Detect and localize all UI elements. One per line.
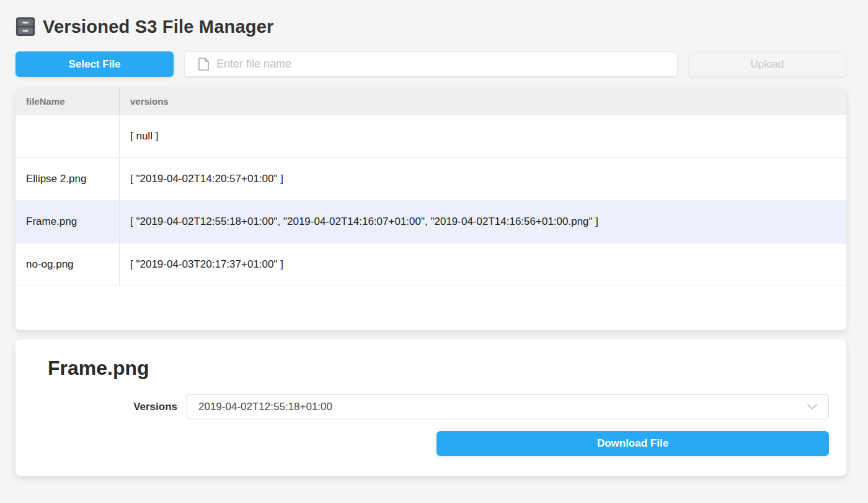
cell-versions: [ "2019-04-03T20:17:37+01:00" ] <box>120 243 846 286</box>
filename-field-wrap <box>184 51 678 77</box>
cell-filename: Frame.png <box>16 201 120 243</box>
upload-button[interactable]: Upload <box>688 51 846 77</box>
file-icon <box>198 58 209 71</box>
download-row: Download File <box>33 431 829 456</box>
app-header: Versioned S3 File Manager <box>16 12 846 41</box>
versions-row: Versions 2019-04-02T12:55:18+01:00 <box>33 394 829 419</box>
version-select-value: 2019-04-02T12:55:18+01:00 <box>198 401 332 413</box>
toolbar: Select File Upload <box>16 51 846 77</box>
column-header-versions: versions <box>120 87 846 115</box>
page: Versioned S3 File Manager Select File Up… <box>16 0 846 476</box>
download-file-button[interactable]: Download File <box>436 431 829 456</box>
detail-file-title: Frame.png <box>48 357 829 380</box>
table-row[interactable]: [ null ] <box>16 115 846 158</box>
cell-filename: no-og.png <box>16 243 120 286</box>
files-table-card: fileName versions [ null ] Ellipse 2.png… <box>16 87 846 330</box>
table-header-row: fileName versions <box>16 87 846 115</box>
cell-filename <box>16 115 120 157</box>
table-row[interactable]: Ellipse 2.png [ "2019-04-02T14:20:57+01:… <box>16 158 846 201</box>
file-detail-card: Frame.png Versions 2019-04-02T12:55:18+0… <box>16 339 846 476</box>
chevron-down-icon <box>807 404 817 410</box>
table-row-selected[interactable]: Frame.png [ "2019-04-02T12:55:18+01:00",… <box>16 201 846 243</box>
filename-input[interactable] <box>209 52 677 76</box>
versions-label: Versions <box>33 401 187 413</box>
page-title: Versioned S3 File Manager <box>43 17 273 37</box>
select-file-button[interactable]: Select File <box>16 51 174 77</box>
cell-filename: Ellipse 2.png <box>16 158 120 200</box>
cell-versions: [ null ] <box>120 115 846 157</box>
cell-versions: [ "2019-04-02T14:20:57+01:00" ] <box>120 158 846 200</box>
file-cabinet-icon <box>16 17 35 37</box>
column-header-filename: fileName <box>16 87 120 115</box>
cell-versions: [ "2019-04-02T12:55:18+01:00", "2019-04-… <box>120 201 846 243</box>
table-row[interactable]: no-og.png [ "2019-04-03T20:17:37+01:00" … <box>16 243 846 286</box>
version-select[interactable]: 2019-04-02T12:55:18+01:00 <box>187 394 829 419</box>
